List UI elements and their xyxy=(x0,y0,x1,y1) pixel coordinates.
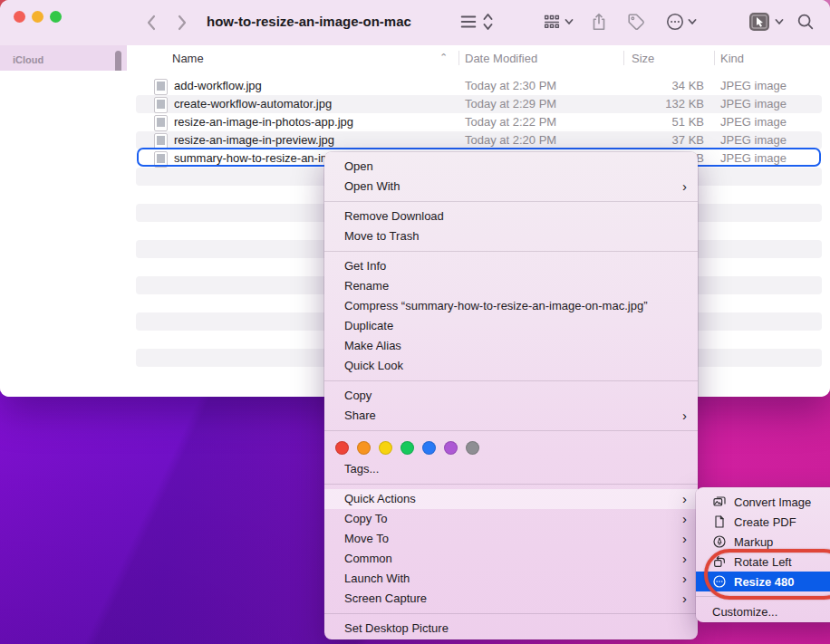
menu-item-share[interactable]: Share› xyxy=(324,406,698,426)
group-by-icon[interactable] xyxy=(542,12,564,34)
tag-color-dot[interactable] xyxy=(422,441,436,455)
menu-item-open-with[interactable]: Open With› xyxy=(324,177,698,197)
menu-item-copy[interactable]: Copy xyxy=(324,386,698,406)
menu-item-quick-look[interactable]: Quick Look xyxy=(324,356,698,376)
submenu-item-create-pdf[interactable]: Create PDF xyxy=(696,512,830,532)
menu-item-make-alias[interactable]: Make Alias xyxy=(324,336,698,356)
submenu-item-customize[interactable]: Customize... xyxy=(696,601,830,621)
submenu-item-label: Create PDF xyxy=(734,515,796,529)
menu-item-common[interactable]: Common› xyxy=(324,549,698,569)
menu-item-label: Copy To xyxy=(344,512,387,525)
menu-item-label: Set Desktop Picture xyxy=(344,621,449,635)
search-icon[interactable] xyxy=(796,12,817,34)
file-kind: JPEG image xyxy=(720,115,787,129)
file-name: create-workflow-automator.jpg xyxy=(174,97,332,111)
menu-item-quick-actions[interactable]: Quick Actions› xyxy=(324,489,698,509)
menu-item-rename[interactable]: Rename xyxy=(324,276,698,296)
menu-item-compress-summary-how-to-resize-an-image-on-mac-jpg[interactable]: Compress “summary-how-to-resize-an-image… xyxy=(324,296,698,316)
menu-item-remove-download[interactable]: Remove Download xyxy=(324,207,698,226)
back-button[interactable] xyxy=(141,12,163,34)
chevron-right-icon: › xyxy=(682,549,687,569)
file-date: Today at 2:22 PM xyxy=(465,115,556,129)
column-header-size[interactable]: Size xyxy=(632,52,654,65)
menu-item-label: Rename xyxy=(344,279,389,293)
minimize-button[interactable] xyxy=(32,11,43,23)
file-name: resize-an-image-in-preview.jpg xyxy=(174,133,334,147)
menu-item-get-info[interactable]: Get Info xyxy=(324,256,698,276)
tag-color-dot[interactable] xyxy=(357,441,371,455)
window-title: how-to-resize-an-image-on-mac xyxy=(207,14,411,29)
menu-separator xyxy=(324,426,698,436)
file-date: Today at 2:20 PM xyxy=(465,133,556,147)
file-size: 34 KB xyxy=(571,79,704,92)
context-menu: OpenOpen With›Remove DownloadMove to Tra… xyxy=(324,152,698,639)
menu-item-label: Quick Look xyxy=(344,359,403,372)
menu-item-copy-to[interactable]: Copy To› xyxy=(324,509,698,529)
menu-item-move-to-trash[interactable]: Move to Trash xyxy=(324,226,698,246)
more-icon[interactable] xyxy=(665,12,687,34)
screen-capture-icon[interactable] xyxy=(748,12,770,34)
file-name: resize-an-image-in-photos-app.jpg xyxy=(174,115,353,129)
file-thumbnail-icon xyxy=(154,97,168,113)
tag-color-dot[interactable] xyxy=(444,441,458,455)
submenu-item-convert-image[interactable]: Convert Image xyxy=(696,492,830,512)
menu-separator xyxy=(324,197,698,207)
menu-item-label: Common xyxy=(344,552,392,565)
column-header-date[interactable]: Date Modified xyxy=(465,52,537,65)
menu-item-screen-capture[interactable]: Screen Capture› xyxy=(324,589,698,609)
file-size: 51 KB xyxy=(571,115,704,129)
file-kind: JPEG image xyxy=(720,79,787,92)
annotation-circle xyxy=(704,549,830,600)
table-row[interactable]: create-workflow-automator.jpgToday at 2:… xyxy=(136,95,822,113)
capture-chevron-icon[interactable] xyxy=(774,16,785,27)
menu-item-label: Duplicate xyxy=(344,319,393,332)
menu-item-open[interactable]: Open xyxy=(324,157,698,177)
chevron-right-icon: › xyxy=(682,569,687,589)
zoom-button[interactable] xyxy=(50,11,62,23)
tag-color-dot[interactable] xyxy=(335,441,349,455)
menu-item-label: Open With xyxy=(344,179,400,193)
chevron-right-icon: › xyxy=(682,177,687,197)
menu-separator xyxy=(324,479,698,489)
menu-item-label: Tags... xyxy=(344,462,379,476)
menu-separator xyxy=(324,246,698,256)
chevron-right-icon: › xyxy=(682,406,687,426)
menu-item-move-to[interactable]: Move To› xyxy=(324,529,698,549)
file-date: Today at 2:30 PM xyxy=(465,79,556,92)
chevron-right-icon: › xyxy=(682,589,687,609)
submenu-item-label: Convert Image xyxy=(734,495,811,509)
menu-item-label: Move To xyxy=(344,532,389,545)
column-header-kind[interactable]: Kind xyxy=(720,52,744,65)
menu-item-label: Make Alias xyxy=(344,339,401,352)
tag-color-dot[interactable] xyxy=(466,441,479,455)
table-row[interactable]: add-workflow.jpgToday at 2:30 PM34 KBJPE… xyxy=(136,77,822,95)
list-view-icon[interactable] xyxy=(458,12,480,34)
tag-icon[interactable] xyxy=(626,12,648,34)
menu-item-label: Compress “summary-how-to-resize-an-image… xyxy=(344,299,647,312)
chevron-right-icon: › xyxy=(682,529,687,549)
submenu-item-label: Customize... xyxy=(712,605,777,619)
view-chevrons-icon[interactable] xyxy=(482,12,504,34)
menu-item-set-desktop-picture[interactable]: Set Desktop Picture xyxy=(324,619,698,639)
tag-color-dot[interactable] xyxy=(379,441,392,455)
file-size: 132 KB xyxy=(571,97,704,111)
column-header-name[interactable]: Name xyxy=(172,52,204,65)
more-chevron-icon[interactable] xyxy=(687,16,698,27)
forward-button[interactable] xyxy=(170,12,192,34)
tag-color-dot[interactable] xyxy=(401,441,414,455)
menu-item-label: Quick Actions xyxy=(344,492,416,505)
menu-item-tags[interactable]: Tags... xyxy=(324,459,698,479)
chevron-right-icon: › xyxy=(682,489,687,509)
list-header: Name ⌃ Date Modified Size Kind xyxy=(127,45,830,72)
menu-item-launch-with[interactable]: Launch With› xyxy=(324,569,698,589)
file-thumbnail-icon xyxy=(154,115,168,131)
convert-image-icon xyxy=(712,495,727,509)
menu-item-duplicate[interactable]: Duplicate xyxy=(324,316,698,336)
table-row[interactable]: resize-an-image-in-preview.jpgToday at 2… xyxy=(136,131,822,149)
table-row[interactable]: resize-an-image-in-photos-app.jpgToday a… xyxy=(136,113,822,131)
close-button[interactable] xyxy=(14,11,25,23)
group-chevron-icon[interactable] xyxy=(564,16,574,27)
share-icon[interactable] xyxy=(589,12,611,34)
sidebar-section-title: iCloud xyxy=(0,45,127,69)
menu-item-label: Launch With xyxy=(344,572,410,585)
